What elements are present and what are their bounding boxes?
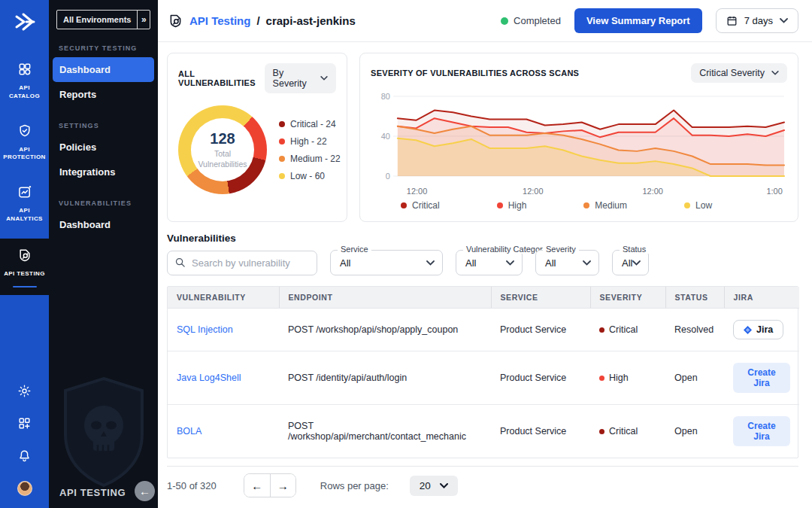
status-label: Completed xyxy=(514,15,561,26)
vulnerabilities-section-heading: Vulnerabilities xyxy=(167,233,798,244)
notifications-bell-icon[interactable] xyxy=(17,449,32,463)
summary-cards-row: ALL VULNERABILITIES By Severity 128 Tota… xyxy=(167,53,798,222)
vulnerability-link[interactable]: BOLA xyxy=(177,426,201,437)
sidebar-section-title: VULNERABILITIES xyxy=(59,199,148,207)
next-page-button[interactable]: → xyxy=(270,474,295,497)
table-row[interactable]: SQL Injection POST /workshop/api/shop/ap… xyxy=(168,309,799,351)
rail-item-api-protection[interactable]: API PROTECTION xyxy=(0,116,49,170)
sidebar-item-integrations[interactable]: Integrations xyxy=(49,160,158,184)
table-row[interactable]: BOLA POST /workshop/api/merchant/contact… xyxy=(168,405,799,458)
vulnerability-link[interactable]: Java Log4Shell xyxy=(177,373,241,383)
all-vulnerabilities-card: ALL VULNERABILITIES By Severity 128 Tota… xyxy=(167,53,347,222)
severity-across-scans-card: SEVERITY OF VULNERABILITIES ACROSS SCANS… xyxy=(359,53,798,222)
filter-select-vulnerability-category[interactable]: Vulnerability Category All xyxy=(456,250,523,275)
brand-logo-icon xyxy=(14,12,36,32)
sidebar-item-reports[interactable]: Reports xyxy=(49,82,158,107)
rail-item-label: API TESTING xyxy=(3,270,47,278)
breadcrumb-section-link[interactable]: API Testing xyxy=(189,14,250,27)
search-input[interactable] xyxy=(167,251,317,275)
severity-filter-dropdown[interactable]: Critical Severity xyxy=(691,63,787,83)
sidebar-item-dashboard[interactable]: Dashboard xyxy=(49,212,158,237)
filter-value: All xyxy=(340,257,426,269)
card-title: SEVERITY OF VULNERABILITIES ACROSS SCANS xyxy=(371,68,579,78)
endpoint-cell: POST /workshop/api/shop/apply_coupon xyxy=(279,309,491,351)
pagination-arrows: ← → xyxy=(244,473,296,497)
arrow-left-icon: ← xyxy=(139,485,150,497)
legend-dot-icon xyxy=(279,121,285,127)
legend-dot-icon xyxy=(279,156,285,162)
sidebar-item-dashboard[interactable]: Dashboard xyxy=(53,57,154,82)
endpoint-cell: POST /identity/api/auth/login xyxy=(279,351,491,405)
total-vulnerabilities-count: 128 xyxy=(210,130,235,148)
column-header-status: STATUS xyxy=(665,287,724,309)
rail-item-api-testing[interactable]: API TESTING xyxy=(0,239,49,295)
filter-value: All xyxy=(545,257,583,269)
service-cell: Product Service xyxy=(491,351,590,405)
sidebar-item-policies[interactable]: Policies xyxy=(49,135,158,160)
chevron-down-icon xyxy=(780,18,788,23)
filter-select-service[interactable]: Service All xyxy=(330,250,443,275)
severity-badge: Critical xyxy=(599,426,656,437)
filter-label: Status xyxy=(620,245,649,254)
service-cell: Product Service xyxy=(491,405,590,458)
rail-item-api-analytics[interactable]: API ANALYTICS xyxy=(0,177,49,231)
rows-per-page-selector[interactable]: 20 xyxy=(410,476,458,496)
environment-selector-label: All Environments xyxy=(57,11,137,29)
pagination-range: 1-50 of 320 xyxy=(167,480,217,491)
filter-select-status[interactable]: Status All xyxy=(612,250,649,275)
legend-dot-icon xyxy=(401,202,407,208)
page-content: ALL VULNERABILITIES By Severity 128 Tota… xyxy=(158,42,812,508)
filter-value: All xyxy=(622,257,632,269)
analytics-chart-icon xyxy=(17,184,32,202)
severity-line-chart: 8040012:0012:0012:001:00 xyxy=(371,86,787,200)
by-severity-dropdown[interactable]: By Severity xyxy=(265,63,336,93)
vulnerability-search xyxy=(167,251,317,275)
svg-text:12:00: 12:00 xyxy=(523,187,543,196)
line-legend-item: Medium xyxy=(583,200,627,211)
environment-selector[interactable]: All Environments » xyxy=(56,10,150,29)
view-summary-report-button[interactable]: View Summary Report xyxy=(574,8,702,33)
sidebar-footer-label: API TESTING xyxy=(59,487,126,498)
jira-ticket-button[interactable]: Jira xyxy=(733,320,783,339)
donut-legend-item: Critical - 24 xyxy=(279,119,341,129)
legend-dot-icon xyxy=(583,202,589,208)
chevron-down-icon xyxy=(506,260,514,266)
severity-dot-icon xyxy=(599,327,604,333)
vulnerabilities-donut-chart: 128 Total Vulnerabilities xyxy=(178,105,267,194)
pagination-bar: 1-50 of 320 ← → Rows per page: 20 xyxy=(167,466,798,508)
column-header-severity: SEVERITY xyxy=(590,287,665,309)
primary-nav-rail: API CATALOG API PROTECTION API ANALYTICS… xyxy=(0,0,49,508)
donut-legend-item: High - 22 xyxy=(279,136,341,147)
create-jira-button[interactable]: Create Jira xyxy=(733,363,790,393)
chevron-down-icon xyxy=(426,260,435,266)
line-legend-item: Low xyxy=(684,200,712,211)
skull-shield-watermark xyxy=(59,376,148,488)
create-jira-button[interactable]: Create Jira xyxy=(733,416,790,446)
breadcrumb-separator: / xyxy=(256,14,259,27)
severity-badge: High xyxy=(599,373,656,383)
date-range-selector[interactable]: 7 days xyxy=(716,8,798,33)
vulnerabilities-table: VULNERABILITYENDPOINTSERVICESEVERITYSTAT… xyxy=(167,286,798,458)
rows-per-page-label: Rows per page: xyxy=(320,480,389,491)
svg-text:40: 40 xyxy=(381,132,390,141)
collapse-sidebar-button[interactable]: ← xyxy=(135,481,155,501)
previous-page-button[interactable]: ← xyxy=(244,474,270,497)
add-module-icon[interactable] xyxy=(17,416,32,430)
svg-text:1:00: 1:00 xyxy=(767,187,783,196)
shield-bug-icon xyxy=(168,13,183,29)
filter-select-severity[interactable]: Severity All xyxy=(535,250,599,275)
vulnerability-link[interactable]: SQL Injection xyxy=(177,324,233,335)
brand-logo[interactable] xyxy=(14,12,36,35)
expand-panel-icon[interactable]: » xyxy=(137,11,150,29)
donut-center: 128 Total Vulnerabilities xyxy=(178,105,267,194)
active-rail-underline xyxy=(13,286,37,287)
svg-text:12:00: 12:00 xyxy=(643,187,663,196)
user-avatar[interactable] xyxy=(17,481,32,496)
table-row[interactable]: Java Log4Shell POST /identity/api/auth/l… xyxy=(168,351,799,405)
rail-item-api-catalog[interactable]: API CATALOG xyxy=(0,54,49,108)
legend-dot-icon xyxy=(497,202,503,208)
settings-gear-icon[interactable] xyxy=(17,384,32,398)
column-header-service: SERVICE xyxy=(491,287,590,309)
main-area: API Testing / crapi-ast-jenkins Complete… xyxy=(158,0,812,508)
line-legend-item: High xyxy=(497,200,527,211)
